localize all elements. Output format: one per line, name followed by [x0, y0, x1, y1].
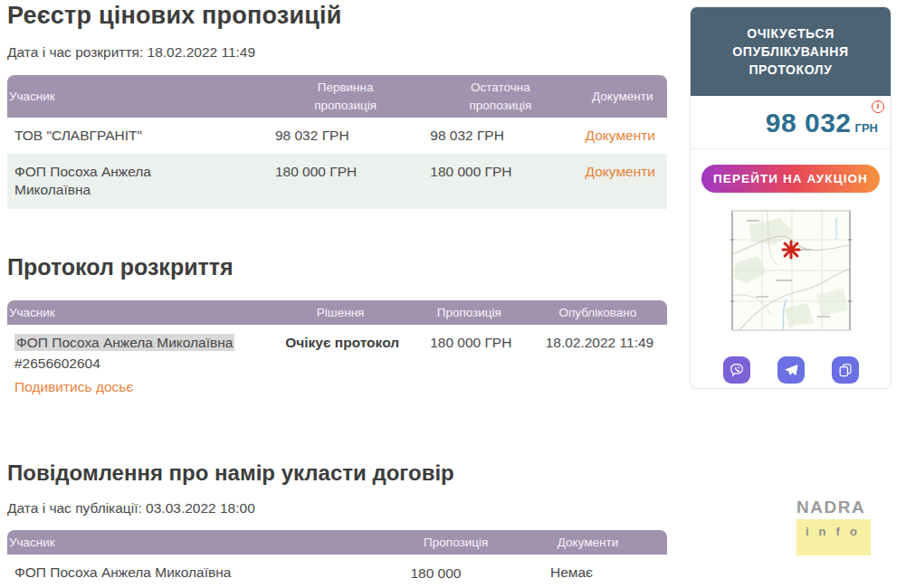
- dossier-link[interactable]: Подивитись досьє: [14, 378, 133, 396]
- col-initial-proposal: Первинна пропозиція: [268, 75, 423, 118]
- section-registry: Реєстр цінових пропозицій Дата і час роз…: [7, 2, 667, 209]
- initial-proposal: 180 000 ГРН: [268, 154, 423, 208]
- table-row: ФОП Посоха Анжела Миколаївна 180 000 ГРН…: [7, 154, 667, 208]
- final-proposal: 98 032 ГРН: [423, 118, 577, 154]
- col-published: Опубліковано: [529, 300, 667, 326]
- intent-table-header: Учасник Пропозиція Документи: [7, 530, 667, 555]
- participant-id: #2656602604: [14, 355, 268, 373]
- copy-icon[interactable]: [832, 356, 859, 384]
- protocol-table-header: Учасник Рішення Пропозиція Опубліковано: [7, 300, 667, 326]
- price-box: i 98 032ГРН: [691, 96, 891, 149]
- participant-cell: ФОП Посоха Анжела Миколаївна #2656602604: [7, 555, 403, 588]
- col-proposal: Пропозиція: [403, 530, 509, 555]
- share-icons-row: [691, 356, 891, 384]
- proposal-value: 180 000 ГРН: [410, 325, 529, 405]
- documents-link[interactable]: Документи: [586, 128, 655, 143]
- participant-id: #2656602604: [14, 584, 399, 588]
- main-content: Реєстр цінових пропозицій Дата і час роз…: [7, 0, 667, 588]
- location-map-thumbnail[interactable]: [730, 209, 852, 332]
- documents-cell: Документи: [578, 154, 667, 208]
- participant-name: ФОП Посоха Анжела Миколаївна: [14, 334, 234, 351]
- col-participant: Учасник: [7, 84, 268, 109]
- participant-name: ФОП Посоха Анжела Миколаївна: [7, 154, 268, 208]
- section-protocol: Протокол розкриття Учасник Рішення Пропо…: [7, 254, 667, 406]
- section-title: Протокол розкриття: [7, 254, 667, 280]
- participant-name: ТОВ "СЛАВГРАНІТ": [7, 118, 268, 154]
- logo-box: info: [796, 519, 871, 555]
- col-final-proposal: Остаточна пропозиція: [423, 75, 577, 118]
- current-price: 98 032: [766, 108, 852, 138]
- button-wrap: ПЕРЕЙТИ НА АУКЦІОН: [691, 149, 891, 193]
- participant-cell: ФОП Посоха Анжела Миколаївна #2656602604…: [7, 325, 272, 405]
- registry-table: Учасник Первинна пропозиція Остаточна пр…: [7, 75, 667, 209]
- documents-cell: Документи: [578, 118, 667, 154]
- col-decision: Рішення: [272, 300, 410, 326]
- final-proposal: 180 000 ГРН: [423, 154, 577, 208]
- telegram-icon[interactable]: [777, 356, 805, 384]
- col-documents: Документи: [509, 530, 667, 555]
- section-title: Повідомлення про намір укласти договір: [7, 460, 667, 486]
- registry-table-header: Учасник Первинна пропозиція Остаточна пр…: [7, 75, 667, 118]
- documents-link[interactable]: Документи: [586, 164, 655, 179]
- viber-icon[interactable]: [723, 356, 750, 384]
- publication-datetime: Дата і час публікації: 03.03.2022 18:00: [7, 500, 667, 517]
- col-participant: Учасник: [7, 530, 403, 555]
- proposal-value: 180 000 ГРН: [403, 555, 509, 588]
- go-to-auction-button[interactable]: ПЕРЕЙТИ НА АУКЦІОН: [701, 165, 880, 193]
- participant-name: ФОП Посоха Анжела Миколаївна: [14, 564, 231, 580]
- table-row: ФОП Посоха Анжела Миколаївна #2656602604…: [7, 325, 667, 405]
- table-row: ТОВ "СЛАВГРАНІТ" 98 032 ГРН 98 032 ГРН Д…: [7, 118, 667, 154]
- map-image: [730, 209, 852, 332]
- col-proposal: Пропозиція: [410, 300, 529, 326]
- table-row: ФОП Посоха Анжела Миколаївна #2656602604…: [7, 555, 667, 588]
- published-datetime: 18.02.2022 11:49: [529, 325, 667, 405]
- intent-table: Учасник Пропозиція Документи ФОП Посоха …: [7, 530, 667, 588]
- info-icon[interactable]: i: [872, 100, 884, 113]
- map-marker-icon: [783, 242, 799, 258]
- status-banner: ОЧІКУЄТЬСЯ ОПУБЛІКУВАННЯ ПРОТОКОЛУ: [691, 7, 891, 96]
- auction-status-card: ОЧІКУЄТЬСЯ ОПУБЛІКУВАННЯ ПРОТОКОЛУ i 98 …: [690, 6, 892, 389]
- col-participant: Учасник: [7, 300, 272, 326]
- section-intent: Повідомлення про намір укласти договір Д…: [7, 460, 667, 588]
- logo-text: NADRA: [796, 498, 871, 517]
- col-documents: Документи: [578, 84, 667, 109]
- protocol-table: Учасник Рішення Пропозиція Опубліковано …: [7, 300, 667, 406]
- logo-subtext: info: [806, 525, 867, 538]
- documents-value: Немає: [509, 555, 667, 588]
- page-title: Реєстр цінових пропозицій: [7, 2, 667, 30]
- initial-proposal: 98 032 ГРН: [268, 118, 423, 154]
- currency-label: ГРН: [855, 121, 878, 135]
- decision-status: Очікує протокол: [272, 325, 410, 405]
- disclosure-datetime: Дата і час розкриття: 18.02.2022 11:49: [7, 44, 667, 61]
- nadra-info-logo: NADRA info: [796, 498, 871, 555]
